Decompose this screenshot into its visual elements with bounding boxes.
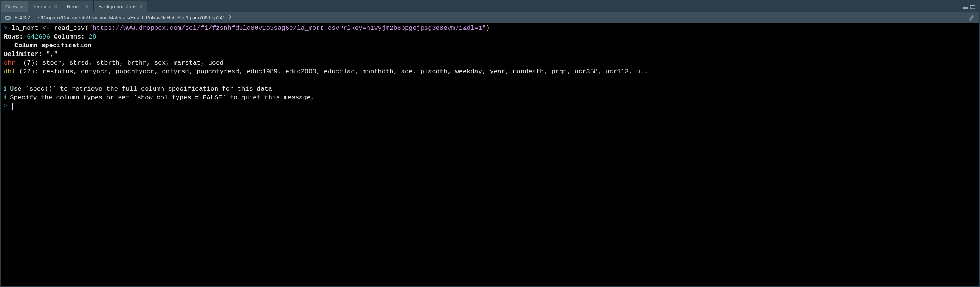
console-line[interactable]: > — [4, 102, 976, 111]
tab-label: Render — [67, 4, 83, 10]
chr-count: (7): — [16, 59, 42, 67]
console-line: Rows: 642696 Columns: 29 — [4, 33, 976, 41]
text-cursor — [12, 103, 13, 109]
tab-terminal[interactable]: Terminal ✕ — [29, 1, 62, 12]
chr-columns: stocr, strsd, stbrth, brthr, sex, marsta… — [42, 59, 223, 67]
delimiter-label: Delimiter: — [4, 51, 46, 58]
tab-label: Console — [5, 4, 24, 10]
svg-rect-1 — [963, 7, 968, 9]
colspec-label: Column specification — [14, 41, 92, 50]
rows-value: 642696 — [27, 33, 50, 40]
tab-console[interactable]: Console — [1, 1, 29, 12]
tip-text: Specify the column types or set `show_co… — [6, 94, 315, 101]
cols-label: Columns: — [50, 33, 89, 40]
console-line — [4, 76, 976, 85]
tab-label: Background Jobs — [98, 4, 136, 10]
minimize-pane-icon[interactable] — [963, 5, 968, 9]
tab-bar: Console Terminal ✕ Render ✕ Background J… — [1, 1, 979, 12]
console-line: > la_mort <- read_csv("https://www.dropb… — [4, 24, 976, 33]
console-info-bar: R 4.3.2 · ~/Dropbox/Documents/Teaching M… — [1, 12, 979, 23]
code-var: la_mort — [11, 25, 42, 32]
console-line: ℹ Specify the column types or set `show_… — [4, 94, 976, 102]
prompt: > — [4, 102, 8, 109]
clear-console-icon[interactable] — [967, 14, 975, 21]
tab-render[interactable]: Render ✕ — [62, 1, 94, 12]
maximize-pane-icon[interactable] — [970, 5, 975, 9]
dbl-count: (22): — [16, 68, 42, 75]
tip-text: Use `spec()` to retrieve the full column… — [6, 86, 276, 92]
dbl-columns: restatus, cntyocr, popcntyocr, cntyrsd, … — [42, 68, 652, 75]
console-output[interactable]: > la_mort <- read_csv("https://www.dropb… — [1, 23, 979, 286]
tab-background-jobs[interactable]: Background Jobs ✕ — [94, 1, 147, 12]
prompt: > — [4, 25, 8, 32]
type-dbl-label: dbl — [4, 68, 16, 75]
console-line: chr (7): stocr, strsd, stbrth, brthr, se… — [4, 59, 976, 68]
code-string: "https://www.dropbox.com/scl/fi/fzsnhfd3… — [89, 25, 486, 32]
code-close: ) — [486, 25, 490, 32]
separator: · — [33, 15, 35, 21]
type-chr-label: chr — [4, 59, 16, 67]
working-directory-path[interactable]: ~/Dropbox/Documents/Teaching Materials/H… — [38, 15, 224, 21]
console-line: dbl (22): restatus, cntyocr, popcntyocr,… — [4, 68, 976, 76]
close-icon[interactable]: ✕ — [54, 4, 57, 9]
delimiter-value: "," — [46, 51, 58, 58]
close-icon[interactable]: ✕ — [86, 4, 89, 9]
rows-label: Rows: — [4, 33, 27, 40]
cols-value: 29 — [89, 33, 96, 40]
r-version-label: R 4.3.2 — [14, 15, 30, 21]
r-logo-icon — [5, 15, 11, 21]
code-func: read_csv( — [50, 25, 89, 32]
path-arrow-icon[interactable] — [227, 15, 232, 21]
console-line: ℹ Use `spec()` to retrieve the full colu… — [4, 85, 976, 94]
code-assign: <- — [42, 25, 50, 32]
tab-label: Terminal — [33, 4, 51, 10]
column-spec-header: Column specification — [4, 41, 976, 50]
console-line: Delimiter: "," — [4, 50, 976, 59]
window-controls — [963, 1, 979, 12]
close-icon[interactable]: ✕ — [139, 4, 143, 9]
svg-rect-3 — [970, 5, 975, 6]
